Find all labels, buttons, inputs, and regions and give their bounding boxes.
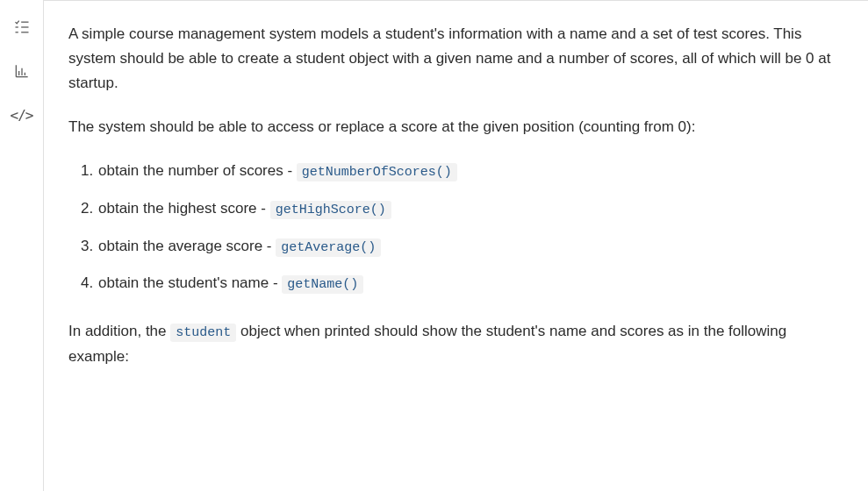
list-item: obtain the highest score - getHighScore(… [81, 196, 840, 222]
closing-paragraph: In addition, the student object when pri… [68, 319, 840, 369]
code-snippet: getName() [282, 275, 363, 294]
list-item: obtain the average score - getAverage() [81, 234, 840, 260]
code-snippet: getNumberOfScores() [297, 163, 457, 181]
intro-paragraph: A simple course management system models… [68, 22, 840, 96]
list-item: obtain the number of scores - getNumberO… [81, 159, 840, 184]
list-item-text: obtain the student's name - [98, 274, 282, 291]
bar-chart-icon[interactable] [12, 61, 32, 81]
sidebar: </> [0, 0, 44, 491]
code-snippet: getHighScore() [270, 201, 391, 219]
list-item: obtain the student's name - getName() [81, 271, 840, 296]
content-area: A simple course management system models… [44, 0, 868, 491]
system-paragraph: The system should be able to access or r… [68, 115, 840, 139]
list-item-text: obtain the number of scores - [98, 162, 297, 179]
code-snippet: student [170, 324, 236, 342]
checklist-icon[interactable] [12, 18, 32, 37]
method-list: obtain the number of scores - getNumberO… [81, 159, 840, 296]
list-item-text: obtain the average score - [98, 238, 276, 254]
list-item-text: obtain the highest score - [98, 200, 270, 217]
closing-prefix: In addition, the [68, 323, 170, 339]
code-icon[interactable]: </> [12, 105, 32, 125]
code-snippet: getAverage() [276, 238, 381, 257]
